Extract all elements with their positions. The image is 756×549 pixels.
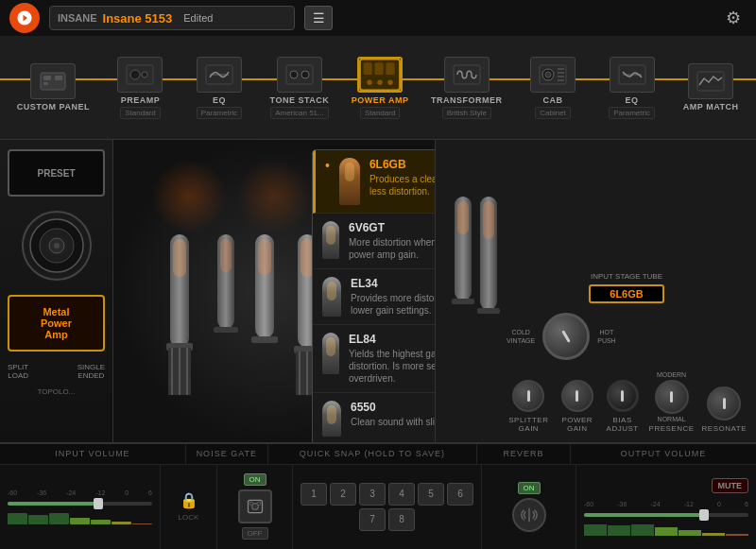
chain-item-power-amp[interactable]: POWER AMP Standard [352, 57, 409, 119]
normal-label: NORMAL [658, 416, 686, 422]
preset-label[interactable]: INSANE Insane 5153 Edited [49, 6, 295, 30]
tube-option-el34[interactable]: EL34 Provides more distortion even with … [313, 269, 435, 325]
svg-point-6 [142, 72, 147, 77]
tube-desc-el84: Yields the highest gain with the most di… [349, 348, 435, 385]
presence-knob[interactable] [655, 380, 689, 414]
svg-rect-13 [364, 62, 372, 75]
chain-sublabel-eq2: Parametric [609, 107, 655, 119]
tube-option-6550[interactable]: 6550 Clean sound with slight distortion. [313, 393, 435, 442]
bias-adjust-knob[interactable] [607, 380, 639, 412]
lock-label: LOCK [179, 513, 199, 522]
tube-option-el84[interactable]: EL84 Yields the highest gain with the mo… [313, 325, 435, 393]
reverb-label: REVERB [504, 449, 544, 458]
output-vol-track[interactable] [584, 513, 748, 517]
svg-rect-57 [452, 299, 474, 304]
settings-button[interactable]: ⚙ [720, 5, 747, 31]
bias-hot-section: HOT PUSH [597, 329, 615, 344]
chain-thumb-preamp [117, 57, 163, 93]
snap-btn-4[interactable]: 4 [388, 483, 415, 506]
chain-thumb-cab [530, 57, 576, 93]
tick-0: 0 [125, 489, 129, 496]
reverb-pedal[interactable] [512, 498, 546, 532]
right-controls-panel: INPUT STAGE TUBE 6L6GB COLD VINTAGE HOT … [507, 272, 747, 433]
resonate-label: RESONATE [702, 424, 747, 433]
snap-btn-1[interactable]: 1 [301, 483, 327, 506]
chain-label-tone-stack: TONE STACK [270, 95, 330, 105]
reverb-on-btn[interactable]: ON [518, 482, 541, 494]
chain-item-eq1[interactable]: EQ Parametric [191, 57, 248, 119]
chain-label-custom-panel: CUSTOM PANEL [17, 102, 90, 112]
resonate-knob[interactable] [707, 386, 741, 420]
noise-gate-label: NOISE GATE [197, 449, 257, 458]
chain-label-power-amp: POWER AMP [352, 95, 409, 105]
logo-button[interactable] [9, 3, 40, 33]
tube-info-el34: EL34 Provides more distortion even with … [351, 277, 435, 317]
snap-btn-5[interactable]: 5 [418, 483, 444, 506]
lock-icon[interactable]: 🔒 [180, 491, 198, 509]
chain-item-cab[interactable]: CAB Cabinet [524, 57, 581, 119]
vintage-label: VINTAGE [507, 337, 535, 344]
svg-rect-46 [258, 239, 271, 275]
snap-btn-3[interactable]: 3 [359, 483, 386, 506]
nav-chain: CUSTOM PANEL PREAMP Standard EQ Parametr… [0, 36, 756, 140]
output-vol-handle[interactable] [699, 509, 709, 521]
chain-thumb-eq1 [197, 57, 242, 93]
tube-option-6l6gb[interactable]: 6L6GB Produces a cleaner tone with less … [313, 150, 435, 214]
chain-thumb-eq2 [610, 57, 655, 93]
vu-bar-2 [28, 515, 48, 524]
input-vol-track[interactable] [8, 502, 152, 506]
out-vu-5 [679, 530, 701, 536]
tube-name-el84: EL84 [349, 333, 435, 346]
knobs-row: SPLITTER GAIN POWER GAIN BIAS ADJUST MOD… [507, 371, 747, 433]
chain-item-custom-panel[interactable]: CUSTOM PANEL [17, 63, 90, 112]
vu-bar-6 [112, 522, 131, 523]
snap-btn-8[interactable]: 8 [388, 508, 415, 531]
chain-item-eq2[interactable]: EQ Parametric [604, 57, 661, 119]
noise-gate-pedal[interactable] [238, 489, 272, 523]
chain-item-tone-stack[interactable]: TONE STACK American 51... [270, 57, 330, 119]
chain-item-amp-match[interactable]: AMP MATCH [682, 63, 739, 112]
svg-point-5 [130, 70, 140, 79]
splitter-gain-knob[interactable] [512, 380, 544, 412]
chain-thumb-tone-stack [277, 57, 322, 93]
tube-option-6v6gt[interactable]: 6V6GT More distortion when cranking up t… [313, 214, 435, 269]
input-volume-label: INPUT VOLUME [55, 449, 129, 458]
preset-name-box[interactable]: Metal Power Amp [8, 295, 105, 352]
quick-snap-label: QUICK SNAP (HOLD TO SAVE) [300, 449, 445, 458]
tube-dropdown[interactable]: 6L6GB Produces a cleaner tone with less … [312, 149, 435, 442]
noise-gate-on-btn[interactable]: ON [244, 473, 266, 486]
noise-gate-off-btn[interactable]: OFF [242, 527, 268, 540]
preset-button[interactable]: PRESET [8, 149, 105, 197]
chain-sublabel-transformer: British Style [442, 107, 491, 119]
tube-info-6v6gt: 6V6GT More distortion when cranking up t… [349, 221, 435, 261]
output-volume-section: MUTE -60 -36 -24 -12 0 6 [576, 474, 756, 540]
tick-n60: -60 [8, 489, 17, 496]
output-volume-label: OUTPUT VOLUME [621, 449, 706, 458]
bias-knob[interactable] [542, 313, 590, 360]
input-vol-handle[interactable] [94, 498, 103, 509]
snap-btn-7[interactable]: 7 [359, 508, 386, 531]
svg-point-63 [249, 502, 252, 505]
vu-bar-3 [49, 513, 69, 524]
out-vu-4 [655, 527, 678, 535]
noise-gate-section-label: NOISE GATE [186, 444, 268, 464]
chain-item-preamp[interactable]: PREAMP Standard [112, 57, 168, 119]
svg-point-22 [545, 72, 551, 77]
out-tick-0: 0 [717, 501, 721, 507]
chain-item-transformer[interactable]: TRANSFORMER British Style [431, 57, 503, 119]
out-tick-n24: -24 [651, 501, 661, 507]
power-gain-knob[interactable] [561, 380, 593, 412]
chain-thumb-custom-panel [30, 63, 76, 99]
tube-desc-6l6gb: Produces a cleaner tone with less distor… [369, 173, 435, 197]
menu-button[interactable]: ☰ [304, 6, 333, 30]
preset-name-display: Insane 5153 [103, 11, 173, 26]
input-stage-label: INPUT STAGE TUBE [591, 272, 662, 281]
snap-btn-6[interactable]: 6 [447, 483, 473, 506]
snap-btn-2[interactable]: 2 [330, 483, 356, 506]
amp-visual: 6L6GB Produces a cleaner tone with less … [113, 140, 435, 442]
vu-meter [8, 513, 152, 524]
mute-button[interactable]: MUTE [712, 478, 749, 493]
topology-label: TOPOLO... [8, 387, 105, 396]
splitter-gain-label: SPLITTER GAIN [507, 416, 551, 433]
tube-display[interactable]: 6L6GB [589, 284, 664, 303]
